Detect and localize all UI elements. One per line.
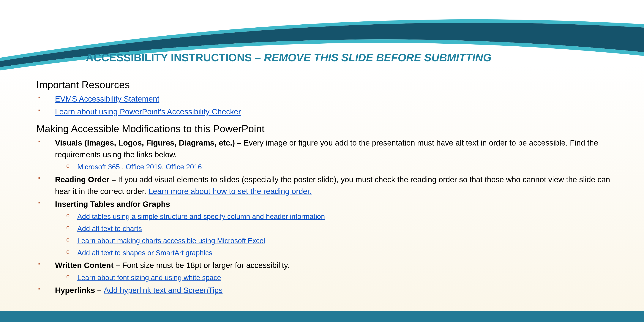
- written-label: Written Content –: [55, 261, 122, 270]
- slide-title: ACCESSIBILITY INSTRUCTIONS – REMOVE THIS…: [86, 51, 492, 64]
- list-item: EVMS Accessibility Statement: [36, 93, 622, 105]
- list-item: Add alt text to shapes or SmartArt graph…: [55, 248, 622, 258]
- link-microsoft-365[interactable]: Microsoft 365: [77, 163, 122, 171]
- item-tables-graphs: Inserting Tables and/or Graphs Add table…: [36, 198, 622, 258]
- bottom-bar: [0, 311, 644, 322]
- slide-content: Important Resources EVMS Accessibility S…: [36, 74, 622, 297]
- link-accessibility-checker[interactable]: Learn about using PowerPoint's Accessibi…: [55, 107, 241, 116]
- modifications-list: Visuals (Images, Logos, Figures, Diagram…: [36, 137, 622, 296]
- visuals-sublist: Microsoft 365 , Office 2019, Office 2016: [55, 162, 622, 172]
- link-office-2019[interactable]: Office 2019: [126, 163, 162, 171]
- list-item: Learn about making charts accessible usi…: [55, 235, 622, 246]
- hyperlinks-label: Hyperlinks –: [55, 286, 104, 294]
- item-hyperlinks: Hyperlinks – Add hyperlink text and Scre…: [36, 284, 622, 296]
- list-item: Add tables using a simple structure and …: [55, 211, 622, 222]
- title-main: ACCESSIBILITY INSTRUCTIONS –: [86, 52, 264, 64]
- item-reading-order: Reading Order – If you add visual elemen…: [36, 174, 622, 197]
- link-font-sizing[interactable]: Learn about font sizing and using white …: [77, 274, 221, 282]
- written-text: Font size must be 18pt or larger for acc…: [122, 261, 290, 270]
- item-visuals: Visuals (Images, Logos, Figures, Diagram…: [36, 137, 622, 172]
- resources-list: EVMS Accessibility Statement Learn about…: [36, 93, 622, 118]
- separator: ,: [122, 163, 126, 171]
- link-table-structure[interactable]: Add tables using a simple structure and …: [77, 212, 325, 220]
- link-evms-statement[interactable]: EVMS Accessibility Statement: [55, 94, 159, 103]
- reading-order-text: If you add visual elements to slides (es…: [55, 175, 610, 196]
- link-hyperlink-screentips[interactable]: Add hyperlink text and ScreenTips: [104, 286, 222, 294]
- link-alt-text-charts[interactable]: Add alt text to charts: [77, 225, 142, 232]
- written-sublist: Learn about font sizing and using white …: [55, 272, 622, 283]
- reading-order-label: Reading Order –: [55, 175, 118, 184]
- heading-modifications: Making Accessible Modifications to this …: [36, 123, 622, 134]
- link-office-2016[interactable]: Office 2016: [166, 163, 202, 171]
- item-written-content: Written Content – Font size must be 18pt…: [36, 260, 622, 283]
- list-item: Microsoft 365 , Office 2019, Office 2016: [55, 162, 622, 172]
- tables-label: Inserting Tables and/or Graphs: [55, 200, 170, 208]
- list-item: Learn about using PowerPoint's Accessibi…: [36, 106, 622, 118]
- list-item: Learn about font sizing and using white …: [55, 272, 622, 283]
- title-emphasis: REMOVE THIS SLIDE BEFORE SUBMITTING: [264, 52, 492, 64]
- link-excel-charts[interactable]: Learn about making charts accessible usi…: [77, 237, 265, 245]
- tables-sublist: Add tables using a simple structure and …: [55, 211, 622, 258]
- visuals-label: Visuals (Images, Logos, Figures, Diagram…: [55, 138, 244, 147]
- heading-important-resources: Important Resources: [36, 79, 622, 90]
- link-reading-order[interactable]: Learn more about how to set the reading …: [148, 187, 312, 196]
- list-item: Add alt text to charts: [55, 223, 622, 234]
- separator: ,: [162, 163, 166, 171]
- link-alt-text-shapes[interactable]: Add alt text to shapes or SmartArt graph…: [77, 249, 212, 257]
